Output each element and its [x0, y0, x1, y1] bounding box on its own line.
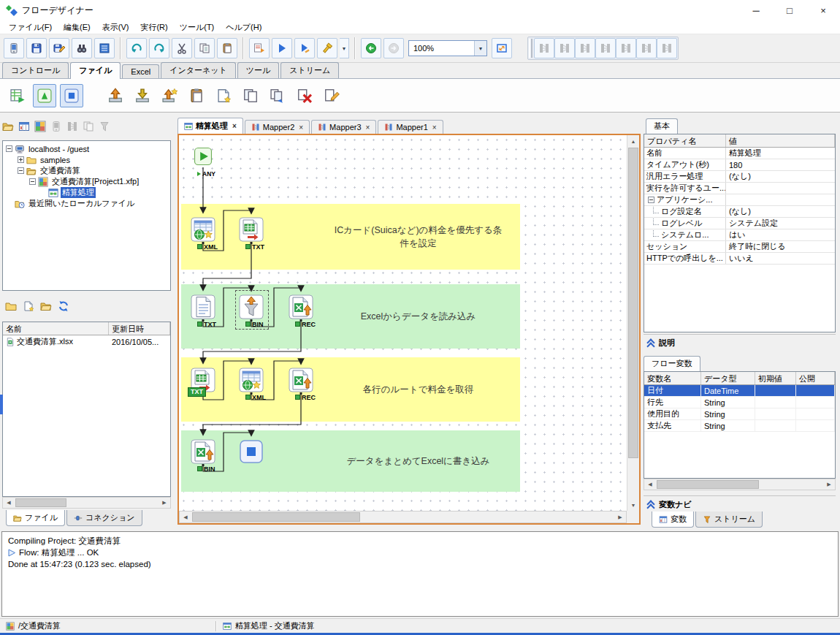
new-file-icon[interactable] [23, 300, 34, 312]
variable-nav-section-header[interactable]: 変数ナビ [644, 495, 836, 513]
scroll-right-icon[interactable]: ▶ [159, 498, 170, 508]
property-row[interactable]: 名前精算処理 [644, 148, 835, 159]
menu-edit[interactable]: 編集(E) [58, 20, 96, 34]
tab-flow-variables[interactable]: フロー変数 [644, 356, 700, 371]
copy-icon[interactable] [194, 38, 215, 58]
scroll-down-icon[interactable]: ▼ [627, 499, 639, 511]
tab-mapper3[interactable]: Mapper3 × [311, 120, 376, 134]
tree-item-project-folder[interactable]: 交通費清算 [3, 165, 170, 176]
close-button[interactable]: × [806, 0, 840, 20]
file-list-hscrollbar[interactable]: ◀ ▶ [2, 497, 171, 509]
expander-icon[interactable] [29, 178, 36, 185]
scrollbar-thumb[interactable] [628, 148, 638, 458]
tab-stream[interactable]: ストリーム [695, 512, 763, 528]
quick-run-icon[interactable] [317, 38, 337, 58]
flow-node-rec-get[interactable]: REC [289, 368, 313, 392]
flow-node-bin-selected[interactable]: BIN [239, 294, 264, 319]
scrollbar-thumb[interactable] [657, 480, 759, 489]
script-icon[interactable] [94, 38, 115, 58]
tab-file[interactable]: ファイル [6, 510, 65, 526]
description-section-header[interactable]: 説明 [644, 334, 836, 351]
end-component-icon[interactable] [60, 84, 83, 107]
move-file-icon[interactable] [266, 84, 289, 107]
file-put-icon[interactable] [104, 84, 127, 107]
save-icon[interactable] [26, 38, 47, 58]
clipboard-icon[interactable] [185, 84, 208, 107]
tab-variables[interactable]: 変数 [652, 512, 694, 528]
collapse-chevron-icon[interactable] [646, 501, 655, 509]
menu-run[interactable]: 実行(R) [134, 20, 173, 34]
property-row[interactable]: HTTPでの呼出しを...いいえ [644, 253, 835, 265]
tab-mapper1[interactable]: Mapper1 × [378, 120, 443, 134]
file-upload-icon[interactable] [158, 84, 181, 107]
property-row[interactable]: セッション終了時に閉じる [644, 241, 835, 253]
file-get-icon[interactable] [131, 84, 154, 107]
palette-tab-stream[interactable]: ストリーム [280, 62, 339, 78]
canvas-vscrollbar[interactable]: ▲ ▼ [627, 135, 639, 511]
variable-row[interactable]: 支払先 String [644, 420, 835, 432]
property-row[interactable]: ログレベル システム設定 [644, 218, 835, 229]
new-resource-icon[interactable] [4, 38, 24, 58]
open-folder-icon[interactable] [2, 121, 14, 132]
tree-item-localhost[interactable]: localhost - /guest [3, 143, 170, 154]
tree-item-project-file[interactable]: 交通費清算[Project1.xfp] [3, 176, 170, 187]
zoom-combobox[interactable]: 100% ▼ [408, 40, 487, 56]
scrollbar-thumb[interactable] [15, 498, 66, 507]
menu-view[interactable]: 表示(V) [96, 20, 135, 34]
rename-file-icon[interactable] [320, 84, 343, 107]
tree-item-flow[interactable]: 精算処理 [3, 187, 170, 198]
canvas-hscrollbar[interactable]: ◀ ▶ [179, 511, 627, 523]
docked-panel-handle[interactable] [0, 395, 3, 414]
close-tab-icon[interactable]: × [431, 123, 437, 132]
cut-icon[interactable] [172, 38, 192, 58]
menu-file[interactable]: ファイル(F) [3, 20, 58, 34]
project-view-icon[interactable] [34, 121, 46, 132]
fit-zoom-icon[interactable] [492, 38, 512, 58]
flow-node-excel-write[interactable]: BIN [191, 439, 215, 464]
tree-item-recent-files[interactable]: 最近開いたローカルファイル [3, 198, 170, 209]
flow-node-txt-write[interactable]: TXT [239, 217, 264, 242]
scroll-right-icon[interactable]: ▶ [614, 512, 626, 522]
run-icon[interactable] [272, 38, 292, 58]
scroll-left-icon[interactable]: ◀ [644, 479, 656, 490]
tree-item-samples[interactable]: samples [3, 154, 170, 165]
variable-row[interactable]: 行先 String [644, 397, 835, 408]
copy-file-icon[interactable] [239, 84, 262, 107]
tab-connection[interactable]: コネクション [66, 510, 142, 526]
save-all-icon[interactable] [49, 38, 69, 58]
scroll-right-icon[interactable]: ▶ [823, 479, 835, 490]
tab-mapper2[interactable]: Mapper2 × [245, 120, 310, 134]
property-row[interactable]: 実行を許可するユー... [644, 183, 835, 194]
collapse-chevron-icon[interactable] [646, 339, 655, 348]
folder-icon[interactable] [5, 300, 17, 312]
variable-row[interactable]: 使用目的 String [644, 408, 835, 420]
expander-icon[interactable] [18, 167, 24, 174]
flow-canvas[interactable]: ICカード(Suicaなど)の料金を優先する条件を設定 Excelからデータを読… [179, 135, 627, 511]
scroll-left-icon[interactable]: ◀ [180, 512, 191, 522]
scrollbar-thumb[interactable] [192, 512, 360, 522]
flow-node-txt-badge[interactable]: TXT [191, 368, 215, 392]
column-name[interactable]: 名前 [3, 322, 109, 335]
expander-icon[interactable] [6, 145, 12, 152]
back-icon[interactable] [361, 38, 381, 58]
start-component-icon[interactable] [33, 84, 56, 107]
add-folder-icon[interactable] [40, 300, 52, 312]
property-row[interactable]: システムロ... はい [644, 229, 835, 241]
debug-run-icon[interactable] [294, 38, 315, 58]
test-run-icon[interactable] [249, 38, 270, 58]
start-node[interactable] [194, 147, 213, 166]
property-row[interactable]: ログ設定名 (なし) [644, 206, 835, 218]
palette-tab-tools[interactable]: ツール [237, 62, 280, 78]
redo-icon[interactable] [149, 38, 169, 58]
close-tab-icon[interactable]: × [364, 123, 370, 132]
end-node[interactable] [239, 439, 264, 464]
property-row[interactable]: 汎用エラー処理(なし) [644, 171, 835, 183]
log-panel[interactable]: Compiling Project: 交通費清算 Flow: 精算処理 ... … [1, 531, 839, 617]
flow-node-txt-read[interactable]: TXT [191, 294, 215, 319]
palette-tab-excel[interactable]: Excel [122, 64, 159, 78]
menu-tools[interactable]: ツール(T) [174, 20, 221, 34]
tab-basic[interactable]: 基本 [646, 118, 678, 134]
paste-icon[interactable] [217, 38, 237, 58]
delete-file-icon[interactable] [293, 84, 316, 107]
close-tab-icon[interactable]: × [231, 122, 237, 130]
